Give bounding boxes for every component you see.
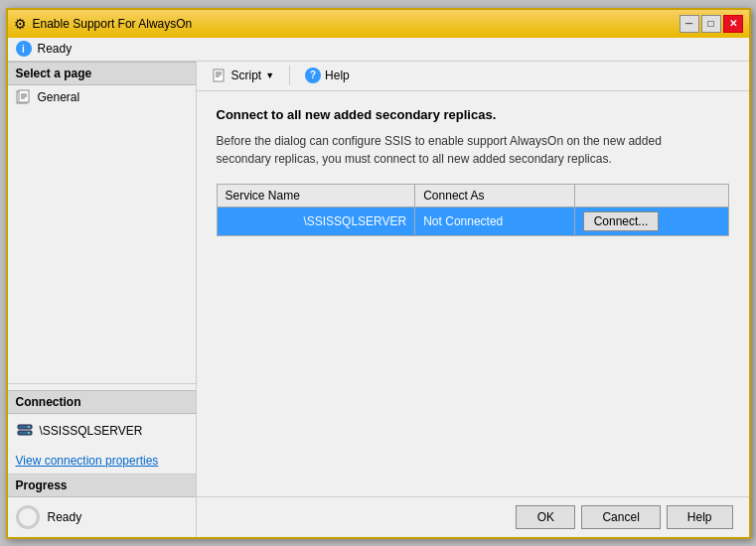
connection-row: \SSISSQLSERVER: [16, 420, 188, 442]
footer: OK Cancel Help: [197, 496, 749, 537]
maximize-button[interactable]: □: [701, 15, 721, 33]
progress-section: Progress Ready: [8, 474, 196, 537]
col-service-name: Service Name: [217, 184, 415, 206]
sidebar-spacer: [8, 109, 196, 383]
script-label: Script: [231, 68, 262, 82]
cancel-button[interactable]: Cancel: [581, 505, 660, 529]
cell-connect-btn: Connect...: [574, 206, 728, 235]
script-button[interactable]: Script ▼: [205, 65, 282, 86]
connection-section: Connection \SSISSQLSERVER: [8, 383, 196, 448]
help-icon: ?: [305, 68, 321, 83]
svg-rect-9: [214, 69, 224, 81]
title-bar: ⚙ Enable Support For AlwaysOn ─ □ ✕: [8, 10, 749, 38]
svg-point-7: [28, 426, 30, 428]
content-body: Connect to all new added secondary repli…: [197, 91, 749, 496]
progress-content: Ready: [8, 497, 196, 537]
connection-server-icon: [16, 422, 34, 440]
replica-table: Service Name Connect As \SSISSQLSERVERNo…: [217, 184, 729, 236]
status-text: Ready: [38, 42, 73, 56]
connection-header: Connection: [8, 390, 196, 414]
title-buttons: ─ □ ✕: [680, 15, 743, 33]
content-title: Connect to all new added secondary repli…: [217, 107, 729, 122]
toolbar-separator: [289, 66, 290, 85]
connect-button[interactable]: Connect...: [583, 211, 660, 231]
table-spacer: [217, 236, 729, 336]
help-toolbar-button[interactable]: ? Help: [298, 65, 357, 86]
help-label: Help: [325, 68, 350, 82]
view-connection-properties-link[interactable]: View connection properties: [8, 448, 196, 474]
table-row[interactable]: \SSISSQLSERVERNot ConnectedConnect...: [217, 206, 728, 235]
ok-button[interactable]: OK: [516, 505, 575, 529]
cell-connect-as: Not Connected: [415, 206, 574, 235]
progress-header: Progress: [8, 475, 196, 497]
svg-point-8: [28, 432, 30, 434]
title-bar-left: ⚙ Enable Support For AlwaysOn: [14, 16, 193, 32]
cell-service-name: \SSISSQLSERVER: [217, 206, 415, 235]
sidebar: Select a page General Connection: [8, 62, 197, 537]
progress-status: Ready: [48, 510, 82, 524]
minimize-button[interactable]: ─: [680, 15, 699, 33]
toolbar: Script ▼ ? Help: [197, 62, 749, 91]
progress-spinner: [16, 505, 40, 529]
window-title: Enable Support For AlwaysOn: [33, 17, 193, 31]
main-window: ⚙ Enable Support For AlwaysOn ─ □ ✕ i Re…: [6, 8, 751, 539]
script-dropdown-icon: ▼: [265, 70, 274, 80]
connection-server-name: \SSISSQLSERVER: [40, 424, 143, 438]
close-button[interactable]: ✕: [723, 15, 743, 33]
general-icon: [16, 89, 32, 105]
status-bar: i Ready: [8, 38, 749, 62]
status-icon: i: [16, 41, 32, 57]
content-description: Before the dialog can configure SSIS to …: [217, 132, 713, 168]
content-area: Script ▼ ? Help Connect to all new added…: [197, 62, 749, 537]
select-page-header: Select a page: [8, 62, 196, 85]
col-action-header: [574, 184, 728, 206]
col-connect-as: Connect As: [415, 184, 574, 206]
help-footer-button[interactable]: Help: [667, 505, 733, 529]
window-icon: ⚙: [14, 16, 27, 32]
script-icon: [212, 68, 227, 83]
sidebar-item-general-label: General: [38, 90, 80, 104]
main-area: Select a page General Connection: [8, 62, 749, 537]
sidebar-item-general[interactable]: General: [8, 85, 196, 109]
